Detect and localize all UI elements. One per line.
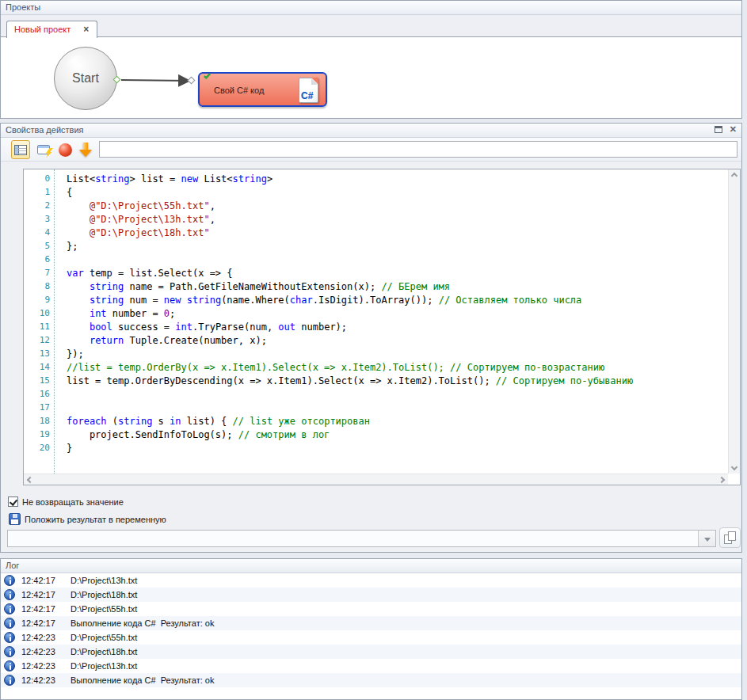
window-lightning-icon [37,145,50,154]
flow-canvas[interactable]: Start Свой C# код C# [1,36,741,118]
projects-panel-title: Проекты [6,2,40,12]
line-number: 3 [24,214,54,227]
horizontal-scrollbar[interactable] [24,474,728,485]
csharp-action-block[interactable]: Свой C# код C# [198,72,327,107]
code-editor[interactable]: 01234567891011121314151617181920 List<st… [23,169,741,485]
success-check-icon [204,71,212,79]
projects-panel: Проекты Новый проект × Start [0,0,742,119]
log-row[interactable]: 12:42:23D:\Project\13h.txt [1,659,741,673]
line-number: 13 [24,348,54,362]
vertical-scrollbar[interactable] [728,169,740,474]
code-line[interactable]: return Tuple.Create(number, x); [67,335,728,348]
no-return-checkbox[interactable] [8,496,18,507]
log-entries: 12:42:17D:\Project\13h.txt12:42:17D:\Pro… [1,573,741,699]
action-properties-panel: Свойства действия ✕ [0,123,742,553]
record-icon [59,143,72,157]
info-icon [4,632,15,643]
log-message: D:\Project\18h.txt [71,588,137,602]
start-node[interactable]: Start [54,47,117,110]
properties-panel-title: Свойства действия [6,125,84,135]
code-line[interactable] [67,389,728,402]
chevron-down-icon [698,531,715,546]
code-line[interactable]: List<string> list = new List<string> [67,173,728,187]
code-line[interactable]: } [67,443,728,456]
code-line[interactable]: var temp = list.Select(x => { [67,268,728,281]
properties-grid-icon [14,145,27,155]
variable-combobox [7,530,716,547]
editor-gutter: 01234567891011121314151617181920 [24,169,54,474]
code-line[interactable]: list = temp.OrderByDescending(x => x.Ite… [67,375,728,389]
line-number: 7 [24,268,54,281]
line-number: 15 [24,375,54,389]
maximize-icon[interactable] [715,126,722,133]
scroll-left-icon[interactable] [27,477,33,483]
code-line[interactable]: @"D:\Project\13h.txt", [67,214,728,227]
line-number: 10 [24,308,54,321]
code-line[interactable]: @"D:\Project\55h.txt", [67,200,728,214]
info-icon [4,675,15,686]
code-line[interactable]: int number = 0; [67,308,728,321]
scroll-down-icon[interactable] [731,464,737,470]
code-line[interactable]: project.SendInfoToLog(s); // смотрим в л… [67,429,728,443]
code-line[interactable]: foreach (string s in list) { // list уже… [67,416,728,429]
close-icon[interactable]: ✕ [730,125,737,134]
block-input-port[interactable] [188,77,196,85]
csharp-icon-text: C# [301,90,313,101]
app-window: Проекты Новый проект × Start [0,0,747,700]
code-line[interactable]: string name = Path.GetFileNameWithoutExt… [67,281,728,295]
log-row[interactable]: 12:42:17D:\Project\55h.txt [1,602,741,616]
code-line[interactable]: }); [67,348,728,362]
log-row[interactable]: 12:42:23D:\Project\18h.txt [1,645,741,659]
project-tabstrip: Новый проект × [1,15,741,37]
tab-label: Новый проект [14,25,71,34]
log-panel: Лог 12:42:17D:\Project\13h.txt12:42:17D:… [0,558,742,700]
log-row[interactable]: 12:42:17D:\Project\13h.txt [1,573,741,588]
log-time: 12:42:17 [21,602,55,616]
log-row[interactable]: 12:42:17D:\Project\18h.txt [1,588,741,602]
line-number: 2 [24,200,54,214]
code-line[interactable]: }; [67,241,728,254]
line-number: 19 [24,429,54,443]
line-number: 20 [24,443,54,456]
log-message: D:\Project\55h.txt [71,630,137,645]
line-number: 0 [24,173,54,187]
arrow-down-button[interactable] [76,140,95,159]
log-message: D:\Project\13h.txt [71,659,137,673]
copy-button[interactable] [719,527,741,548]
log-time: 12:42:23 [21,645,55,659]
log-row[interactable]: 12:42:23Выполнение кода C# Результат: ok [1,673,741,687]
log-time: 12:42:17 [21,588,55,602]
properties-grid-button[interactable] [11,140,30,159]
log-row[interactable]: 12:42:23D:\Project\55h.txt [1,630,741,645]
scroll-up-icon[interactable] [731,173,737,179]
line-number: 11 [24,321,54,335]
window-action-button[interactable] [34,140,53,159]
info-icon [4,575,15,586]
line-number: 14 [24,362,54,375]
editor-code[interactable]: List<string> list = new List<string>{ @"… [54,169,728,474]
code-line[interactable]: string num = new string(name.Where(char.… [67,295,728,308]
code-line[interactable]: @"D:\Project\18h.txt" [67,227,728,241]
info-icon [4,618,15,629]
line-number: 12 [24,335,54,348]
code-editor-content[interactable]: 01234567891011121314151617181920 List<st… [24,169,728,474]
code-line[interactable] [67,254,728,268]
csharp-file-icon: C# [299,78,318,103]
log-row[interactable]: 12:42:17Выполнение кода C# Результат: ok [1,616,741,630]
line-number: 8 [24,281,54,295]
line-number: 16 [24,389,54,402]
line-number: 9 [24,295,54,308]
code-line[interactable]: //list = temp.OrderBy(x => x.Item1).Sele… [67,362,728,375]
code-line[interactable]: bool success = int.TryParse(num, out num… [67,321,728,335]
log-message: D:\Project\18h.txt [71,645,137,659]
tab-close-icon[interactable]: × [83,21,89,38]
code-line[interactable]: { [67,187,728,200]
log-message: D:\Project\13h.txt [71,573,137,588]
code-line[interactable] [67,402,728,416]
properties-search-input[interactable] [99,141,737,158]
scroll-right-icon[interactable] [718,477,725,483]
save-to-variable-icon [9,513,21,525]
info-icon [4,603,15,614]
record-button[interactable] [55,140,74,159]
tab-new-project[interactable]: Новый проект × [6,21,97,38]
